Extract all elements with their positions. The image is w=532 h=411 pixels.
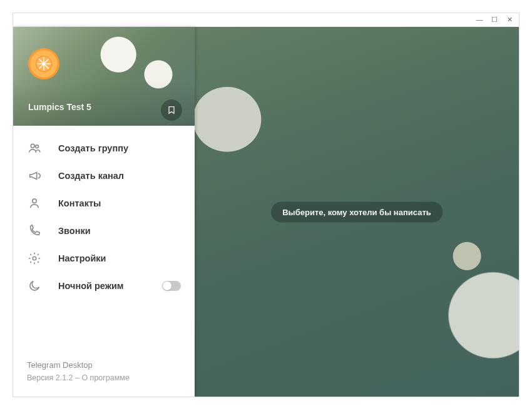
menu-item-label: Настройки — [58, 253, 106, 263]
svg-line-5 — [39, 59, 49, 69]
chat-area: Выберите, кому хотели бы написать — [195, 27, 519, 397]
svg-point-6 — [43, 63, 46, 66]
saved-messages-button[interactable] — [161, 99, 182, 121]
profile-username[interactable]: Lumpics Test 5 — [28, 102, 91, 112]
menu-item-calls[interactable]: Звонки — [13, 217, 195, 245]
close-button[interactable]: ✕ — [506, 17, 513, 23]
gear-icon — [27, 251, 42, 266]
bookmark-icon — [166, 105, 176, 115]
menu-item-label: Контакты — [58, 198, 101, 208]
app-window: — ☐ ✕ — [13, 13, 519, 397]
svg-point-9 — [33, 199, 36, 203]
night-mode-toggle[interactable] — [162, 281, 181, 291]
svg-line-4 — [39, 59, 49, 69]
menu-item-label: Звонки — [58, 226, 91, 236]
svg-point-7 — [31, 144, 34, 148]
menu-item-new-group[interactable]: Создать группу — [13, 134, 195, 162]
user-icon — [27, 196, 42, 211]
orange-slice-icon — [34, 54, 53, 73]
side-menu: Создать группу Создать канал Контакты — [13, 126, 195, 349]
megaphone-icon — [27, 168, 42, 183]
menu-item-settings[interactable]: Настройки — [13, 245, 195, 272]
app-name: Telegram Desktop — [27, 359, 181, 372]
avatar[interactable] — [28, 48, 59, 79]
menu-item-night-mode[interactable]: Ночной режим — [13, 272, 195, 300]
menu-item-contacts[interactable]: Контакты — [13, 190, 195, 217]
minimize-button[interactable]: — — [476, 17, 483, 23]
svg-point-10 — [33, 256, 36, 260]
menu-item-new-channel[interactable]: Создать канал — [13, 162, 195, 190]
moon-icon — [27, 278, 42, 293]
side-menu-panel: Lumpics Test 5 Создать группу — [13, 27, 195, 397]
people-icon — [27, 141, 42, 156]
maximize-button[interactable]: ☐ — [491, 17, 498, 23]
empty-hint: Выберите, кому хотели бы написать — [271, 201, 442, 222]
menu-item-label: Ночной режим — [58, 281, 124, 291]
version-line[interactable]: Версия 2.1.2 – О программе — [27, 372, 181, 384]
side-menu-footer: Telegram Desktop Версия 2.1.2 – О програ… — [13, 349, 195, 397]
svg-point-0 — [36, 56, 52, 72]
phone-icon — [27, 223, 42, 238]
window-titlebar: — ☐ ✕ — [13, 13, 519, 27]
menu-item-label: Создать группу — [58, 143, 128, 153]
svg-point-1 — [37, 57, 51, 71]
profile-header: Lumpics Test 5 — [13, 27, 195, 126]
menu-item-label: Создать канал — [58, 171, 124, 181]
svg-point-8 — [36, 145, 39, 148]
